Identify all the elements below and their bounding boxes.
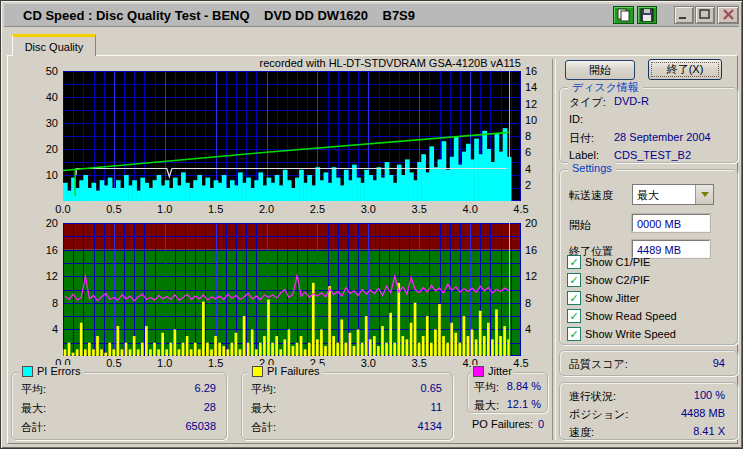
pi-failures-avg-value: 0.65 <box>421 382 442 394</box>
checkbox-label: Show C1/PIE <box>585 256 650 268</box>
po-failures-value: 0 <box>472 418 544 430</box>
transfer-speed-label: 転送速度 <box>569 188 613 203</box>
check-icon: ✓ <box>569 311 578 321</box>
minimize-icon <box>677 8 691 21</box>
axis-tick-label: 1.5 <box>202 357 230 369</box>
axis-tick-label: 40 <box>30 91 58 103</box>
axis-tick-label: 16 <box>30 244 58 256</box>
disc-type-value: DVD-R <box>614 95 649 107</box>
jitter-avg-value: 8.84 % <box>507 380 541 392</box>
close-icon <box>721 8 736 21</box>
checkbox-box[interactable]: ✓ <box>567 309 581 323</box>
speed-value: 8.41 X <box>693 425 725 437</box>
axis-tick-label: 2.0 <box>253 203 281 215</box>
disc-date-label: 日付: <box>569 131 594 146</box>
close-button[interactable] <box>717 6 739 24</box>
axis-tick-label: 2.5 <box>303 203 331 215</box>
start-button[interactable]: 開始 <box>565 60 635 80</box>
jitter-pifailures-chart <box>63 223 521 356</box>
axis-tick-label: 1.5 <box>202 203 230 215</box>
pi-failures-total-value: 4134 <box>418 420 442 432</box>
pi-failures-group: PI Failures 平均: 0.65 最大: 11 合計: 4134 <box>241 372 453 440</box>
copy-to-clipboard-button[interactable] <box>613 6 634 24</box>
pi-failures-avg-label: 平均: <box>251 382 276 397</box>
axis-tick-label: 1.0 <box>151 203 179 215</box>
axis-tick-label: 2 <box>525 179 553 191</box>
axis-tick-label: 14 <box>525 81 553 93</box>
pi-failures-max-label: 最大: <box>251 401 276 416</box>
check-icon: ✓ <box>569 293 578 303</box>
jitter-group: Jitter 平均: 8.84 % 最大: 12.1 % <box>467 372 548 413</box>
dropdown-button[interactable] <box>695 185 713 204</box>
checkbox-box[interactable]: ✓ <box>567 255 581 269</box>
pi-failures-title: PI Failures <box>267 365 320 377</box>
jitter-title: Jitter <box>488 365 512 377</box>
window-title: CD Speed : Disc Quality Test - BENQ DVD … <box>4 8 415 23</box>
pi-errors-avg-label: 平均: <box>21 382 46 397</box>
position-value: 4488 MB <box>681 407 725 419</box>
quality-speed-chart <box>63 71 521 201</box>
axis-tick-label: 4.5 <box>507 203 535 215</box>
settings-title: Settings <box>568 162 616 174</box>
check-icon: ✓ <box>569 275 578 285</box>
pi-failures-total-label: 合計: <box>251 420 276 435</box>
axis-tick-label: 3.0 <box>354 357 382 369</box>
pi-errors-title: PI Errors <box>37 365 80 377</box>
check-icon: ✓ <box>569 257 578 267</box>
axis-tick-label: 4 <box>525 323 553 335</box>
axis-tick-label: 1.0 <box>151 357 179 369</box>
start-button-label: 開始 <box>589 63 611 78</box>
axis-tick-label: 4 <box>30 323 58 335</box>
checkbox-box[interactable]: ✓ <box>567 273 581 287</box>
quality-score-label: 品質スコア: <box>569 357 628 372</box>
position-label: ポジション: <box>569 407 628 422</box>
jitter-avg-label: 平均: <box>474 380 499 395</box>
pi-errors-total-value: 65038 <box>185 420 216 432</box>
axis-tick-label: 8 <box>525 297 553 309</box>
maximize-icon <box>698 8 712 21</box>
start-position-input[interactable] <box>632 214 710 232</box>
minimize-button[interactable] <box>674 6 694 24</box>
speed-label: 速度: <box>569 425 594 440</box>
checkbox-show-read-speed[interactable]: ✓Show Read Speed <box>567 309 677 323</box>
axis-tick-label: 20 <box>30 143 58 155</box>
disc-label-value: CDS_TEST_B2 <box>614 149 691 161</box>
pi-failures-max-value: 11 <box>431 401 442 413</box>
transfer-speed-select[interactable]: 最大 <box>632 184 714 205</box>
axis-tick-label: 3.0 <box>354 203 382 215</box>
checkbox-label: Show Write Speed <box>585 328 676 340</box>
axis-tick-label: 16 <box>525 244 553 256</box>
settings-group: Settings 転送速度 最大 開始 終了位置 ✓Show C1/PIE✓Sh… <box>559 169 738 345</box>
pi-errors-max-label: 最大: <box>21 401 46 416</box>
pi-errors-group: PI Errors 平均: 6.29 最大: 28 合計: 65038 <box>11 372 227 440</box>
pi-errors-max-value: 28 <box>204 401 216 413</box>
maximize-button[interactable] <box>695 6 715 24</box>
check-icon: ✓ <box>569 329 578 339</box>
checkbox-label: Show C2/PIF <box>585 274 650 286</box>
checkbox-show-jitter[interactable]: ✓Show Jitter <box>567 291 639 305</box>
checkbox-show-c1-pie[interactable]: ✓Show C1/PIE <box>567 255 650 269</box>
quality-score-group: 品質スコア: 94 <box>559 350 738 376</box>
checkbox-box[interactable]: ✓ <box>567 291 581 305</box>
pi-failures-swatch <box>252 366 263 377</box>
checkbox-show-write-speed[interactable]: ✓Show Write Speed <box>567 327 676 341</box>
disc-date-value: 28 September 2004 <box>614 131 711 143</box>
save-button[interactable] <box>637 6 657 24</box>
axis-tick-label: 8 <box>525 130 553 142</box>
disc-label-label: Label: <box>569 149 599 161</box>
jitter-swatch <box>473 366 484 377</box>
axis-tick-label: 0.0 <box>49 203 77 215</box>
pi-errors-avg-value: 6.29 <box>195 382 216 394</box>
axis-tick-label: 3.5 <box>405 357 433 369</box>
checkbox-show-c2-pif[interactable]: ✓Show C2/PIF <box>567 273 650 287</box>
axis-tick-label: 0.5 <box>100 203 128 215</box>
checkbox-box[interactable]: ✓ <box>567 327 581 341</box>
progress-group: 進行状況: 100 % ポジション: 4488 MB 速度: 8.41 X <box>559 382 738 440</box>
exit-button[interactable]: 終了(X) <box>648 59 722 80</box>
pi-errors-swatch <box>22 366 33 377</box>
axis-tick-label: 0.5 <box>100 357 128 369</box>
tab-disc-quality[interactable]: Disc Quality <box>12 34 96 56</box>
axis-tick-label: 16 <box>525 65 553 77</box>
axis-tick-label: 30 <box>30 117 58 129</box>
transfer-speed-value: 最大 <box>633 185 695 204</box>
